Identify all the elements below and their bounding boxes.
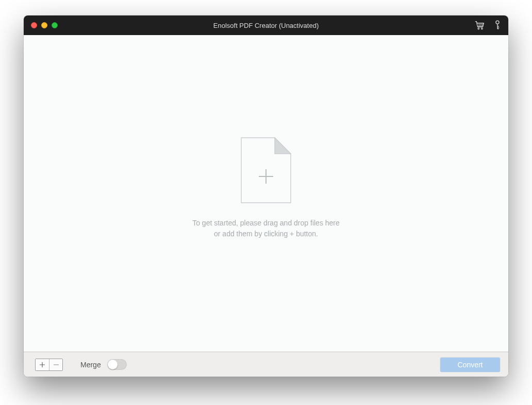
empty-state-line1: To get started, please drag and drop fil…: [192, 218, 340, 228]
key-icon[interactable]: [494, 20, 501, 30]
toggle-knob: [108, 360, 118, 369]
add-remove-segment: [35, 359, 63, 371]
drop-zone[interactable]: To get started, please drag and drop fil…: [24, 35, 508, 352]
empty-state-text: To get started, please drag and drop fil…: [192, 218, 340, 239]
zoom-window-button[interactable]: [52, 22, 58, 28]
merge-toggle[interactable]: [107, 359, 127, 370]
footer: Merge Convert: [24, 352, 508, 377]
convert-button[interactable]: Convert: [440, 358, 500, 372]
empty-state-line2: or add them by clicking + button.: [192, 229, 340, 239]
svg-point-1: [481, 28, 483, 29]
window-title: Enolsoft PDF Creator (Unactivated): [24, 22, 508, 29]
cart-icon[interactable]: [474, 21, 485, 30]
remove-file-button[interactable]: [49, 359, 62, 370]
merge-control: Merge: [80, 359, 127, 370]
add-file-button[interactable]: [36, 359, 49, 370]
app-window: Enolsoft PDF Creator (Unactivated): [24, 15, 508, 377]
titlebar-right: [474, 20, 501, 30]
svg-point-2: [496, 21, 499, 24]
empty-state: To get started, please drag and drop fil…: [192, 137, 340, 239]
close-window-button[interactable]: [31, 22, 37, 28]
minimize-window-button[interactable]: [41, 22, 47, 28]
merge-label: Merge: [80, 361, 101, 369]
svg-point-0: [478, 28, 479, 29]
window-controls: [31, 22, 58, 28]
add-document-icon: [241, 137, 291, 203]
titlebar: Enolsoft PDF Creator (Unactivated): [24, 15, 508, 35]
